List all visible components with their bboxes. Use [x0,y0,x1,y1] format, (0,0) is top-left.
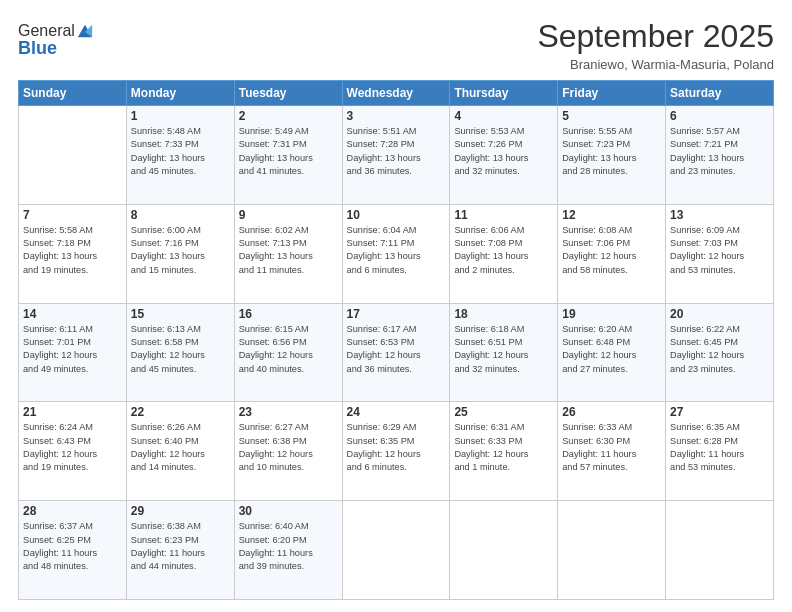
day-number: 8 [131,208,230,222]
calendar-cell [342,501,450,600]
day-number: 9 [239,208,338,222]
title-block: September 2025 Braniewo, Warmia-Masuria,… [537,18,774,72]
calendar-cell: 18Sunrise: 6:18 AMSunset: 6:51 PMDayligh… [450,303,558,402]
day-info: Sunrise: 6:22 AMSunset: 6:45 PMDaylight:… [670,323,769,376]
calendar-cell: 17Sunrise: 6:17 AMSunset: 6:53 PMDayligh… [342,303,450,402]
day-number: 1 [131,109,230,123]
week-row-4: 21Sunrise: 6:24 AMSunset: 6:43 PMDayligh… [19,402,774,501]
day-info: Sunrise: 5:57 AMSunset: 7:21 PMDaylight:… [670,125,769,178]
day-info: Sunrise: 6:02 AMSunset: 7:13 PMDaylight:… [239,224,338,277]
calendar-cell: 5Sunrise: 5:55 AMSunset: 7:23 PMDaylight… [558,106,666,205]
day-info: Sunrise: 6:40 AMSunset: 6:20 PMDaylight:… [239,520,338,573]
weekday-header-tuesday: Tuesday [234,81,342,106]
day-number: 27 [670,405,769,419]
day-number: 23 [239,405,338,419]
day-info: Sunrise: 5:51 AMSunset: 7:28 PMDaylight:… [347,125,446,178]
calendar-cell: 1Sunrise: 5:48 AMSunset: 7:33 PMDaylight… [126,106,234,205]
day-info: Sunrise: 6:29 AMSunset: 6:35 PMDaylight:… [347,421,446,474]
day-number: 18 [454,307,553,321]
day-info: Sunrise: 6:13 AMSunset: 6:58 PMDaylight:… [131,323,230,376]
calendar-page: General Blue September 2025 Braniewo, Wa… [0,0,792,612]
calendar-cell: 14Sunrise: 6:11 AMSunset: 7:01 PMDayligh… [19,303,127,402]
day-number: 26 [562,405,661,419]
calendar-cell: 24Sunrise: 6:29 AMSunset: 6:35 PMDayligh… [342,402,450,501]
day-number: 5 [562,109,661,123]
day-number: 2 [239,109,338,123]
calendar-cell: 20Sunrise: 6:22 AMSunset: 6:45 PMDayligh… [666,303,774,402]
calendar-cell: 16Sunrise: 6:15 AMSunset: 6:56 PMDayligh… [234,303,342,402]
day-number: 16 [239,307,338,321]
day-number: 21 [23,405,122,419]
day-info: Sunrise: 5:58 AMSunset: 7:18 PMDaylight:… [23,224,122,277]
day-number: 29 [131,504,230,518]
calendar-cell: 3Sunrise: 5:51 AMSunset: 7:28 PMDaylight… [342,106,450,205]
day-info: Sunrise: 5:53 AMSunset: 7:26 PMDaylight:… [454,125,553,178]
calendar-cell: 10Sunrise: 6:04 AMSunset: 7:11 PMDayligh… [342,204,450,303]
logo-icon [76,22,94,40]
day-number: 25 [454,405,553,419]
day-number: 7 [23,208,122,222]
day-number: 4 [454,109,553,123]
calendar-cell [558,501,666,600]
day-info: Sunrise: 5:49 AMSunset: 7:31 PMDaylight:… [239,125,338,178]
calendar-cell: 11Sunrise: 6:06 AMSunset: 7:08 PMDayligh… [450,204,558,303]
logo: General Blue [18,22,94,59]
calendar-cell: 30Sunrise: 6:40 AMSunset: 6:20 PMDayligh… [234,501,342,600]
calendar-table: SundayMondayTuesdayWednesdayThursdayFrid… [18,80,774,600]
weekday-header-thursday: Thursday [450,81,558,106]
day-info: Sunrise: 6:17 AMSunset: 6:53 PMDaylight:… [347,323,446,376]
day-info: Sunrise: 5:55 AMSunset: 7:23 PMDaylight:… [562,125,661,178]
calendar-cell: 13Sunrise: 6:09 AMSunset: 7:03 PMDayligh… [666,204,774,303]
calendar-cell: 29Sunrise: 6:38 AMSunset: 6:23 PMDayligh… [126,501,234,600]
day-info: Sunrise: 6:18 AMSunset: 6:51 PMDaylight:… [454,323,553,376]
calendar-cell: 8Sunrise: 6:00 AMSunset: 7:16 PMDaylight… [126,204,234,303]
calendar-cell: 28Sunrise: 6:37 AMSunset: 6:25 PMDayligh… [19,501,127,600]
calendar-cell: 12Sunrise: 6:08 AMSunset: 7:06 PMDayligh… [558,204,666,303]
day-info: Sunrise: 6:37 AMSunset: 6:25 PMDaylight:… [23,520,122,573]
day-number: 19 [562,307,661,321]
weekday-header-saturday: Saturday [666,81,774,106]
weekday-header-wednesday: Wednesday [342,81,450,106]
day-info: Sunrise: 5:48 AMSunset: 7:33 PMDaylight:… [131,125,230,178]
day-info: Sunrise: 6:20 AMSunset: 6:48 PMDaylight:… [562,323,661,376]
day-number: 20 [670,307,769,321]
calendar-cell: 2Sunrise: 5:49 AMSunset: 7:31 PMDaylight… [234,106,342,205]
day-number: 13 [670,208,769,222]
weekday-header-friday: Friday [558,81,666,106]
day-info: Sunrise: 6:35 AMSunset: 6:28 PMDaylight:… [670,421,769,474]
calendar-cell: 15Sunrise: 6:13 AMSunset: 6:58 PMDayligh… [126,303,234,402]
day-info: Sunrise: 6:27 AMSunset: 6:38 PMDaylight:… [239,421,338,474]
day-number: 3 [347,109,446,123]
day-info: Sunrise: 6:15 AMSunset: 6:56 PMDaylight:… [239,323,338,376]
week-row-3: 14Sunrise: 6:11 AMSunset: 7:01 PMDayligh… [19,303,774,402]
calendar-cell: 27Sunrise: 6:35 AMSunset: 6:28 PMDayligh… [666,402,774,501]
calendar-cell [19,106,127,205]
calendar-cell: 19Sunrise: 6:20 AMSunset: 6:48 PMDayligh… [558,303,666,402]
day-number: 11 [454,208,553,222]
weekday-header-monday: Monday [126,81,234,106]
week-row-1: 1Sunrise: 5:48 AMSunset: 7:33 PMDaylight… [19,106,774,205]
day-info: Sunrise: 6:11 AMSunset: 7:01 PMDaylight:… [23,323,122,376]
day-info: Sunrise: 6:00 AMSunset: 7:16 PMDaylight:… [131,224,230,277]
weekday-header-row: SundayMondayTuesdayWednesdayThursdayFrid… [19,81,774,106]
day-number: 30 [239,504,338,518]
calendar-cell [666,501,774,600]
calendar-cell: 9Sunrise: 6:02 AMSunset: 7:13 PMDaylight… [234,204,342,303]
calendar-cell: 22Sunrise: 6:26 AMSunset: 6:40 PMDayligh… [126,402,234,501]
day-number: 28 [23,504,122,518]
calendar-cell: 4Sunrise: 5:53 AMSunset: 7:26 PMDaylight… [450,106,558,205]
day-info: Sunrise: 6:33 AMSunset: 6:30 PMDaylight:… [562,421,661,474]
day-number: 14 [23,307,122,321]
calendar-cell: 6Sunrise: 5:57 AMSunset: 7:21 PMDaylight… [666,106,774,205]
day-number: 24 [347,405,446,419]
day-info: Sunrise: 6:09 AMSunset: 7:03 PMDaylight:… [670,224,769,277]
day-info: Sunrise: 6:31 AMSunset: 6:33 PMDaylight:… [454,421,553,474]
logo-blue-text: Blue [18,38,94,59]
calendar-cell [450,501,558,600]
day-number: 15 [131,307,230,321]
day-number: 22 [131,405,230,419]
day-number: 6 [670,109,769,123]
calendar-cell: 7Sunrise: 5:58 AMSunset: 7:18 PMDaylight… [19,204,127,303]
calendar-cell: 21Sunrise: 6:24 AMSunset: 6:43 PMDayligh… [19,402,127,501]
location: Braniewo, Warmia-Masuria, Poland [537,57,774,72]
